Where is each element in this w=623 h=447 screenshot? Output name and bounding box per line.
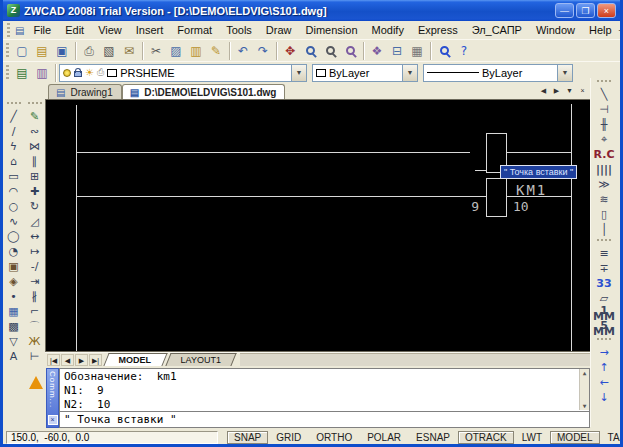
linetype-combobox[interactable]: ByLayer ▼ bbox=[423, 64, 573, 82]
offset-button[interactable]: ∥ bbox=[25, 154, 44, 169]
match-properties-button[interactable]: ✎ bbox=[206, 41, 226, 61]
tab-scroll-right-button[interactable]: ▶ bbox=[551, 85, 562, 96]
el-contact-tee-button[interactable]: ⊣ bbox=[593, 102, 615, 117]
el-line-diagonal-button[interactable]: ╲ bbox=[593, 87, 615, 102]
layer-combobox[interactable]: ☀ ⎙ PRSHEME ▼ bbox=[59, 64, 307, 82]
el-wave-button[interactable]: ≋ bbox=[593, 192, 615, 207]
layout-next-button[interactable]: ▶ bbox=[75, 354, 88, 366]
polygon-button[interactable]: ⌂ bbox=[4, 154, 23, 169]
menu-draw[interactable]: Draw bbox=[259, 23, 299, 37]
insert-block-button[interactable]: ▣ bbox=[4, 259, 23, 274]
menu-help[interactable]: Help bbox=[582, 23, 619, 37]
color-combobox[interactable]: ByLayer ▼ bbox=[312, 64, 418, 82]
circle-button[interactable]: ○ bbox=[4, 199, 23, 214]
el-arrow-down-button[interactable]: ↓ bbox=[593, 390, 615, 405]
command-scrollbar[interactable]: ▲ ▼ bbox=[579, 369, 589, 410]
line-button[interactable]: ╱ bbox=[4, 109, 23, 124]
zoom-window-button[interactable] bbox=[320, 41, 340, 61]
command-prompt-line[interactable]: " Точка вставки " bbox=[60, 411, 589, 427]
close-button[interactable]: × bbox=[597, 3, 616, 18]
layer-plot-icon[interactable]: ⎙ bbox=[97, 67, 104, 78]
drawing-canvas[interactable]: " Точка вставки " КМ1 9 10 bbox=[45, 99, 593, 352]
chevron-down-icon[interactable]: ▼ bbox=[402, 65, 417, 81]
polyline-button[interactable]: ϟ bbox=[4, 139, 23, 154]
el-number-33-button[interactable]: 33 bbox=[593, 276, 615, 291]
menu-file[interactable]: File bbox=[26, 23, 58, 37]
new-button[interactable]: ▢ bbox=[12, 41, 32, 61]
array-button[interactable]: ⊞ bbox=[25, 169, 44, 184]
spline-button[interactable]: ∿ bbox=[4, 214, 23, 229]
toggle-esnap[interactable]: ESNAP bbox=[409, 431, 457, 444]
command-text-area[interactable]: Обозначение: km1N1: 9N2: 10 " Точка вста… bbox=[59, 368, 590, 428]
hatch-button[interactable]: ▦ bbox=[4, 304, 23, 319]
el-aperture-button[interactable]: ⌖ bbox=[593, 132, 615, 147]
el-vertical-line-button[interactable]: │ bbox=[593, 222, 615, 237]
region-button[interactable]: ▩ bbox=[4, 319, 23, 334]
paste-button[interactable]: ▥ bbox=[186, 41, 206, 61]
tab-list-button[interactable]: ▼ bbox=[564, 85, 575, 96]
make-block-button[interactable]: ◈ bbox=[4, 274, 23, 289]
menu-edit[interactable]: Edit bbox=[58, 23, 91, 37]
tab-scroll-left-button[interactable]: ◀ bbox=[538, 85, 549, 96]
toggle-polar[interactable]: POLAR bbox=[360, 431, 408, 444]
menu-window[interactable]: Window bbox=[529, 23, 582, 37]
el-frame-button[interactable]: ▯ bbox=[593, 207, 615, 222]
command-window-titlebar[interactable]: Comm... × bbox=[46, 368, 59, 428]
layout-last-button[interactable]: ▶| bbox=[89, 354, 102, 366]
arc-button[interactable]: ◠ bbox=[4, 184, 23, 199]
menu-tools[interactable]: Tools bbox=[219, 23, 259, 37]
layer-thaw-icon[interactable]: ☀ bbox=[85, 68, 94, 78]
cut-button[interactable]: ✂ bbox=[146, 41, 166, 61]
chamfer-button[interactable]: ⌐ bbox=[25, 304, 44, 319]
move-button[interactable]: ✚ bbox=[25, 184, 44, 199]
undo-button[interactable]: ↶ bbox=[233, 41, 253, 61]
quick-calc-button[interactable]: ▦ bbox=[407, 41, 427, 61]
find-button[interactable] bbox=[434, 41, 454, 61]
text-button[interactable]: A bbox=[4, 349, 23, 364]
ellipse-arc-button[interactable]: ◔ bbox=[4, 244, 23, 259]
pan-realtime-button[interactable]: ✥ bbox=[280, 41, 300, 61]
zoom-previous-button[interactable] bbox=[340, 41, 360, 61]
restore-button[interactable]: ❐ bbox=[576, 3, 595, 18]
zoom-realtime-button[interactable] bbox=[300, 41, 320, 61]
fillet-button[interactable]: ⌒ bbox=[25, 319, 44, 334]
rectangle-button[interactable]: ▭ bbox=[4, 169, 23, 184]
break-button[interactable]: ∦ bbox=[25, 289, 44, 304]
open-button[interactable]: ▤ bbox=[32, 41, 52, 61]
el-rc-label-button[interactable]: R.C bbox=[593, 147, 615, 162]
scroll-up-icon[interactable]: ▲ bbox=[580, 369, 589, 377]
layout-prev-button[interactable]: ◀ bbox=[61, 354, 74, 366]
ellipse-button[interactable]: ◯ bbox=[4, 229, 23, 244]
plot-button[interactable]: ⎙ bbox=[79, 41, 99, 61]
toggle-ortho[interactable]: ORTHO bbox=[309, 431, 359, 444]
menu-format[interactable]: Format bbox=[170, 23, 219, 37]
menu-modify[interactable]: Modify bbox=[365, 23, 411, 37]
chevron-down-icon[interactable]: ▼ bbox=[291, 65, 306, 81]
el-arrow-right-button[interactable]: → bbox=[593, 345, 615, 360]
scale-button[interactable]: ◿ bbox=[25, 214, 44, 229]
layer-properties-manager-button[interactable]: ▤ bbox=[12, 63, 32, 83]
break-at-point-button[interactable]: ⊢ bbox=[25, 349, 44, 364]
toggle-tablet[interactable]: TABLET bbox=[601, 431, 623, 444]
redo-button[interactable]: ↷ bbox=[253, 41, 273, 61]
el-arrow-left-button[interactable]: ← bbox=[593, 375, 615, 390]
toggle-otrack[interactable]: OTRACK bbox=[458, 431, 514, 444]
layer-on-icon[interactable] bbox=[63, 69, 71, 77]
el-5mm-button[interactable]: 5 MM bbox=[593, 321, 615, 336]
mirror-button[interactable]: ⋈ bbox=[25, 139, 44, 154]
mdi-minimize-button[interactable]: – bbox=[619, 25, 623, 35]
print-preview-button[interactable]: ▧ bbox=[99, 41, 119, 61]
wipeout-button[interactable]: ▽ bbox=[4, 334, 23, 349]
command-close-icon[interactable]: × bbox=[48, 415, 58, 425]
lengthen-button[interactable]: ↦ bbox=[25, 244, 44, 259]
trim-button[interactable]: -/ bbox=[25, 259, 44, 274]
toggle-snap[interactable]: SNAP bbox=[227, 431, 268, 444]
save-button[interactable]: ▣ bbox=[52, 41, 72, 61]
publish-button[interactable]: ✉ bbox=[119, 41, 139, 61]
rotate-button[interactable]: ↻ bbox=[25, 199, 44, 214]
el-arrow-up-button[interactable]: ↑ bbox=[593, 360, 615, 375]
scroll-down-icon[interactable]: ▼ bbox=[580, 402, 589, 410]
toggle-model[interactable]: MODEL bbox=[550, 431, 600, 444]
tab-model[interactable]: MODEL bbox=[103, 353, 167, 366]
extend-button[interactable]: ⇥ bbox=[25, 274, 44, 289]
